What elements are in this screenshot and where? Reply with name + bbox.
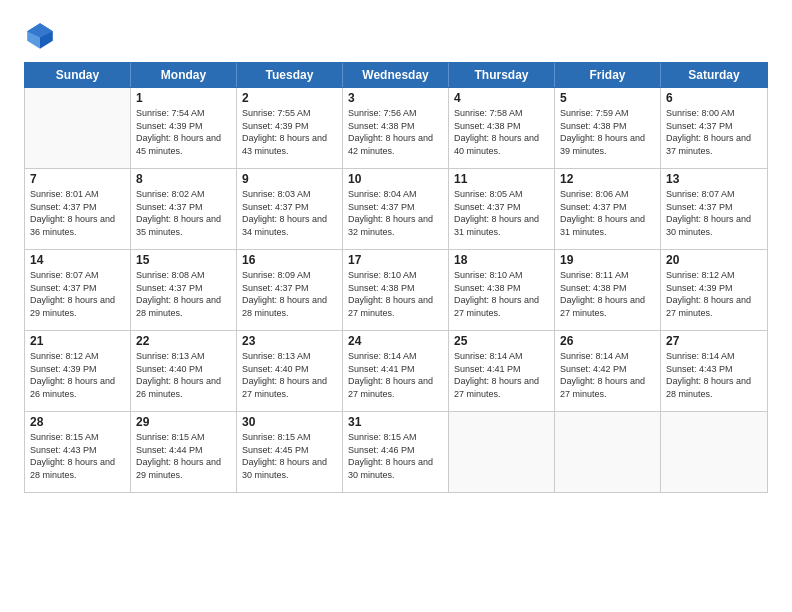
day-number: 26 — [560, 334, 655, 348]
calendar-cell: 4Sunrise: 7:58 AMSunset: 4:38 PMDaylight… — [449, 88, 555, 168]
calendar-cell: 12Sunrise: 8:06 AMSunset: 4:37 PMDayligh… — [555, 169, 661, 249]
day-number: 6 — [666, 91, 762, 105]
day-info: Sunrise: 7:55 AMSunset: 4:39 PMDaylight:… — [242, 107, 337, 157]
day-number: 1 — [136, 91, 231, 105]
day-info: Sunrise: 8:10 AMSunset: 4:38 PMDaylight:… — [348, 269, 443, 319]
header — [24, 20, 768, 52]
day-info: Sunrise: 8:03 AMSunset: 4:37 PMDaylight:… — [242, 188, 337, 238]
day-info: Sunrise: 8:14 AMSunset: 4:43 PMDaylight:… — [666, 350, 762, 400]
calendar-cell: 24Sunrise: 8:14 AMSunset: 4:41 PMDayligh… — [343, 331, 449, 411]
day-info: Sunrise: 7:54 AMSunset: 4:39 PMDaylight:… — [136, 107, 231, 157]
weekday-header-monday: Monday — [131, 63, 237, 87]
calendar-header-wrapper: SundayMondayTuesdayWednesdayThursdayFrid… — [24, 62, 768, 88]
calendar-row-1: 1Sunrise: 7:54 AMSunset: 4:39 PMDaylight… — [25, 88, 767, 169]
day-number: 16 — [242, 253, 337, 267]
calendar-cell: 5Sunrise: 7:59 AMSunset: 4:38 PMDaylight… — [555, 88, 661, 168]
day-info: Sunrise: 8:12 AMSunset: 4:39 PMDaylight:… — [666, 269, 762, 319]
day-info: Sunrise: 7:58 AMSunset: 4:38 PMDaylight:… — [454, 107, 549, 157]
day-number: 12 — [560, 172, 655, 186]
day-info: Sunrise: 8:15 AMSunset: 4:43 PMDaylight:… — [30, 431, 125, 481]
calendar-cell: 21Sunrise: 8:12 AMSunset: 4:39 PMDayligh… — [25, 331, 131, 411]
day-number: 10 — [348, 172, 443, 186]
calendar-cell: 18Sunrise: 8:10 AMSunset: 4:38 PMDayligh… — [449, 250, 555, 330]
calendar-cell — [25, 88, 131, 168]
calendar-cell: 9Sunrise: 8:03 AMSunset: 4:37 PMDaylight… — [237, 169, 343, 249]
day-number: 9 — [242, 172, 337, 186]
day-info: Sunrise: 8:14 AMSunset: 4:41 PMDaylight:… — [454, 350, 549, 400]
day-info: Sunrise: 8:02 AMSunset: 4:37 PMDaylight:… — [136, 188, 231, 238]
day-info: Sunrise: 8:15 AMSunset: 4:44 PMDaylight:… — [136, 431, 231, 481]
day-info: Sunrise: 7:56 AMSunset: 4:38 PMDaylight:… — [348, 107, 443, 157]
calendar-row-3: 14Sunrise: 8:07 AMSunset: 4:37 PMDayligh… — [25, 250, 767, 331]
day-info: Sunrise: 8:01 AMSunset: 4:37 PMDaylight:… — [30, 188, 125, 238]
day-number: 22 — [136, 334, 231, 348]
weekday-header-wednesday: Wednesday — [343, 63, 449, 87]
calendar-cell: 26Sunrise: 8:14 AMSunset: 4:42 PMDayligh… — [555, 331, 661, 411]
calendar-row-2: 7Sunrise: 8:01 AMSunset: 4:37 PMDaylight… — [25, 169, 767, 250]
calendar-cell: 25Sunrise: 8:14 AMSunset: 4:41 PMDayligh… — [449, 331, 555, 411]
calendar-cell — [449, 412, 555, 492]
calendar-cell: 17Sunrise: 8:10 AMSunset: 4:38 PMDayligh… — [343, 250, 449, 330]
day-info: Sunrise: 8:07 AMSunset: 4:37 PMDaylight:… — [666, 188, 762, 238]
day-info: Sunrise: 8:09 AMSunset: 4:37 PMDaylight:… — [242, 269, 337, 319]
day-number: 15 — [136, 253, 231, 267]
day-info: Sunrise: 8:15 AMSunset: 4:45 PMDaylight:… — [242, 431, 337, 481]
day-number: 3 — [348, 91, 443, 105]
calendar-cell: 10Sunrise: 8:04 AMSunset: 4:37 PMDayligh… — [343, 169, 449, 249]
calendar-cell: 28Sunrise: 8:15 AMSunset: 4:43 PMDayligh… — [25, 412, 131, 492]
calendar-cell — [555, 412, 661, 492]
calendar-cell: 7Sunrise: 8:01 AMSunset: 4:37 PMDaylight… — [25, 169, 131, 249]
day-number: 13 — [666, 172, 762, 186]
weekday-header-thursday: Thursday — [449, 63, 555, 87]
day-number: 21 — [30, 334, 125, 348]
day-info: Sunrise: 8:13 AMSunset: 4:40 PMDaylight:… — [242, 350, 337, 400]
calendar-cell: 31Sunrise: 8:15 AMSunset: 4:46 PMDayligh… — [343, 412, 449, 492]
calendar-cell: 23Sunrise: 8:13 AMSunset: 4:40 PMDayligh… — [237, 331, 343, 411]
calendar-body-border: 1Sunrise: 7:54 AMSunset: 4:39 PMDaylight… — [24, 88, 768, 493]
calendar: SundayMondayTuesdayWednesdayThursdayFrid… — [24, 62, 768, 596]
calendar-header: SundayMondayTuesdayWednesdayThursdayFrid… — [25, 63, 767, 87]
day-info: Sunrise: 7:59 AMSunset: 4:38 PMDaylight:… — [560, 107, 655, 157]
day-info: Sunrise: 8:06 AMSunset: 4:37 PMDaylight:… — [560, 188, 655, 238]
day-info: Sunrise: 8:14 AMSunset: 4:42 PMDaylight:… — [560, 350, 655, 400]
calendar-cell: 15Sunrise: 8:08 AMSunset: 4:37 PMDayligh… — [131, 250, 237, 330]
calendar-cell: 3Sunrise: 7:56 AMSunset: 4:38 PMDaylight… — [343, 88, 449, 168]
calendar-row-5: 28Sunrise: 8:15 AMSunset: 4:43 PMDayligh… — [25, 412, 767, 492]
calendar-cell: 1Sunrise: 7:54 AMSunset: 4:39 PMDaylight… — [131, 88, 237, 168]
day-number: 18 — [454, 253, 549, 267]
calendar-row-4: 21Sunrise: 8:12 AMSunset: 4:39 PMDayligh… — [25, 331, 767, 412]
day-number: 14 — [30, 253, 125, 267]
logo — [24, 20, 60, 52]
day-number: 28 — [30, 415, 125, 429]
day-number: 19 — [560, 253, 655, 267]
calendar-cell: 13Sunrise: 8:07 AMSunset: 4:37 PMDayligh… — [661, 169, 767, 249]
day-number: 5 — [560, 91, 655, 105]
calendar-cell: 8Sunrise: 8:02 AMSunset: 4:37 PMDaylight… — [131, 169, 237, 249]
day-number: 23 — [242, 334, 337, 348]
weekday-header-tuesday: Tuesday — [237, 63, 343, 87]
day-number: 29 — [136, 415, 231, 429]
day-info: Sunrise: 8:00 AMSunset: 4:37 PMDaylight:… — [666, 107, 762, 157]
calendar-cell: 20Sunrise: 8:12 AMSunset: 4:39 PMDayligh… — [661, 250, 767, 330]
day-info: Sunrise: 8:07 AMSunset: 4:37 PMDaylight:… — [30, 269, 125, 319]
day-info: Sunrise: 8:08 AMSunset: 4:37 PMDaylight:… — [136, 269, 231, 319]
day-number: 30 — [242, 415, 337, 429]
day-info: Sunrise: 8:05 AMSunset: 4:37 PMDaylight:… — [454, 188, 549, 238]
day-number: 17 — [348, 253, 443, 267]
calendar-cell: 2Sunrise: 7:55 AMSunset: 4:39 PMDaylight… — [237, 88, 343, 168]
day-info: Sunrise: 8:14 AMSunset: 4:41 PMDaylight:… — [348, 350, 443, 400]
calendar-cell: 27Sunrise: 8:14 AMSunset: 4:43 PMDayligh… — [661, 331, 767, 411]
calendar-cell: 16Sunrise: 8:09 AMSunset: 4:37 PMDayligh… — [237, 250, 343, 330]
day-number: 11 — [454, 172, 549, 186]
weekday-header-sunday: Sunday — [25, 63, 131, 87]
day-number: 24 — [348, 334, 443, 348]
calendar-cell — [661, 412, 767, 492]
day-info: Sunrise: 8:04 AMSunset: 4:37 PMDaylight:… — [348, 188, 443, 238]
page: SundayMondayTuesdayWednesdayThursdayFrid… — [0, 0, 792, 612]
day-info: Sunrise: 8:12 AMSunset: 4:39 PMDaylight:… — [30, 350, 125, 400]
day-info: Sunrise: 8:10 AMSunset: 4:38 PMDaylight:… — [454, 269, 549, 319]
day-number: 8 — [136, 172, 231, 186]
calendar-cell: 22Sunrise: 8:13 AMSunset: 4:40 PMDayligh… — [131, 331, 237, 411]
day-number: 2 — [242, 91, 337, 105]
calendar-cell: 6Sunrise: 8:00 AMSunset: 4:37 PMDaylight… — [661, 88, 767, 168]
